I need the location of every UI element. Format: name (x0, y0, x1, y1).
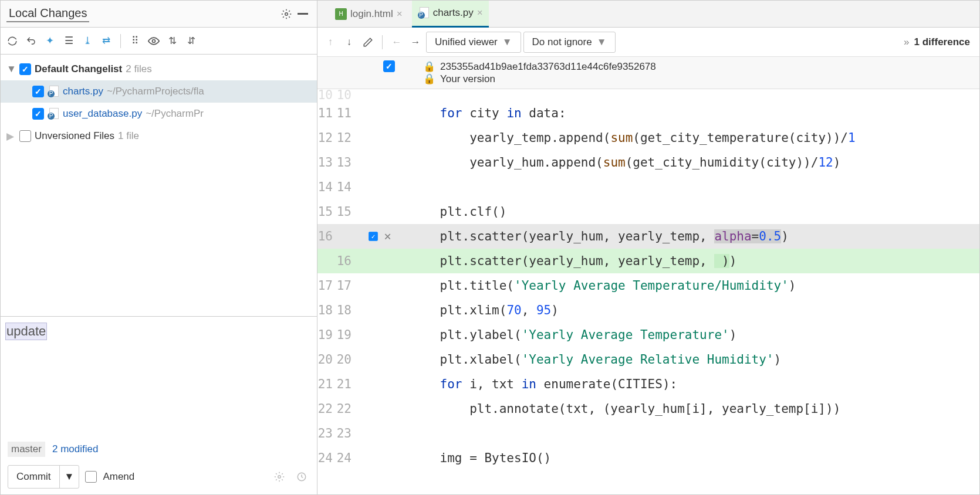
html-file-icon: H (335, 8, 347, 20)
edit-icon[interactable] (360, 34, 376, 50)
commit-label: Commit (8, 471, 59, 483)
code-line: 2020 plt.xlabel('Yearly Average Relative… (317, 347, 979, 372)
tab-label: charts.py (433, 7, 474, 19)
your-version-label: Your version (440, 73, 495, 85)
ignore-select[interactable]: Do not ignore ▼ (523, 32, 616, 53)
code-line: 2222 plt.annotate(txt, (yearly_hum[i], y… (317, 396, 979, 421)
expand-icon[interactable]: ⇅ (164, 33, 181, 49)
changelist-checkbox[interactable] (19, 63, 31, 75)
commit-message-input[interactable]: update (5, 323, 47, 340)
python-file-icon (48, 108, 59, 120)
tab-charts[interactable]: charts.py × (412, 1, 489, 28)
amend-label: Amend (103, 471, 134, 483)
separator (382, 35, 383, 49)
tab-login[interactable]: H login.html × (329, 1, 408, 28)
file-checkbox[interactable] (32, 108, 44, 120)
file-path: ~/PycharmPr (146, 108, 204, 120)
preview-icon[interactable] (146, 33, 162, 49)
code-line: 1818 plt.xlim(70, 95) (317, 298, 979, 323)
forward-icon[interactable]: → (407, 34, 424, 50)
commit-button[interactable]: Commit ▼ (8, 465, 79, 489)
changes-tree: ▼ Default Changelist 2 files charts.py ~… (1, 55, 317, 316)
code-diff[interactable]: 1010 1111 for city in data: 1212 yearly_… (317, 89, 979, 494)
python-file-icon (48, 86, 59, 97)
prev-diff-icon[interactable]: ↑ (322, 34, 339, 50)
changes-toolbar: ✦ ☰ ⤓ ⇄ ⠿ ⇅ ⇵ (1, 28, 317, 55)
svg-point-3 (278, 476, 281, 479)
unshelve-icon[interactable]: ⇄ (98, 33, 114, 49)
code-line: 1212 yearly_temp.append(sum(get_city_tem… (317, 126, 979, 150)
include-all-checkbox[interactable] (383, 60, 395, 72)
ignore-label: Do not ignore (532, 36, 592, 48)
diff-count: 1 difference (914, 36, 970, 48)
commit-message-area[interactable]: update (1, 316, 317, 439)
revision-hash: 235355ad41b9ae1fda33763d11e44c6fe9352678 (440, 61, 656, 73)
gear-icon[interactable] (278, 6, 295, 22)
file-row-charts[interactable]: charts.py ~/PycharmProjects/fla (1, 80, 317, 103)
rollback-icon[interactable] (23, 33, 39, 49)
minimize-icon[interactable] (295, 6, 311, 22)
code-line-added: 16 plt.scatter(yearly_hum, yearly_temp, … (317, 249, 979, 273)
unversioned-count: 1 file (118, 130, 139, 142)
refresh-icon[interactable] (4, 33, 21, 49)
diff-icon[interactable]: ✦ (42, 33, 58, 49)
file-name: user_database.py (63, 108, 142, 120)
diff-toolbar: ↑ ↓ ← → Unified viewer ▼ Do not ignore ▼… (317, 28, 979, 57)
file-row-userdb[interactable]: user_database.py ~/PycharmPr (1, 103, 317, 125)
history-icon[interactable] (293, 469, 310, 485)
lock-icon: 🔒 (423, 73, 435, 85)
code-line: 1313 yearly_hum.append(sum(get_city_humi… (317, 150, 979, 175)
code-line: 2121 for i, txt in enumerate(CITIES): (317, 372, 979, 396)
line-checkbox[interactable] (369, 232, 378, 241)
group-icon[interactable]: ⠿ (127, 33, 143, 49)
caret-right-icon[interactable]: ▶ (6, 130, 16, 143)
commit-dropdown-icon[interactable]: ▼ (59, 466, 79, 488)
unversioned-checkbox[interactable] (19, 130, 31, 142)
code-line: 1717 plt.title('Yearly Average Temperatu… (317, 273, 979, 298)
svg-point-2 (153, 39, 156, 42)
collapse-icon[interactable]: ⇵ (183, 33, 200, 49)
file-name: charts.py (63, 86, 103, 97)
gear-icon[interactable] (271, 469, 288, 485)
close-icon[interactable]: × (397, 8, 403, 20)
editor-panel: H login.html × charts.py × ↑ ↓ ← → Unifi… (317, 1, 979, 494)
caret-down-icon[interactable]: ▼ (6, 63, 16, 75)
code-line: 2323 (317, 421, 979, 446)
code-line: 1111 for city in data: (317, 101, 979, 126)
local-changes-panel: Local Changes ✦ ☰ ⤓ ⇄ ⠿ ⇅ ⇵ ▼ Default Ch… (1, 1, 317, 494)
changelist-label: Default Changelist (35, 63, 122, 75)
lock-icon: 🔒 (423, 60, 435, 73)
modified-link[interactable]: 2 modified (52, 443, 98, 455)
viewer-mode-select[interactable]: Unified viewer ▼ (426, 32, 521, 53)
branch-badge[interactable]: master (8, 442, 45, 457)
changelist-icon[interactable]: ☰ (60, 33, 77, 49)
separator (120, 34, 121, 48)
tab-label: login.html (350, 8, 393, 20)
editor-tabs: H login.html × charts.py × (317, 1, 979, 28)
code-line-removed: 16× plt.scatter(yearly_hum, yearly_temp,… (317, 224, 979, 249)
commit-row: Commit ▼ Amend (1, 459, 317, 494)
panel-title: Local Changes (6, 5, 89, 22)
discard-icon[interactable]: × (379, 229, 396, 243)
python-file-icon (418, 7, 430, 19)
panel-header: Local Changes (1, 1, 317, 28)
changelist-count: 2 files (126, 63, 151, 75)
shelve-icon[interactable]: ⤓ (79, 33, 96, 49)
chevrons-icon[interactable]: » (904, 36, 909, 48)
code-line: 1919 plt.ylabel('Yearly Average Temperat… (317, 323, 979, 347)
close-icon[interactable]: × (477, 7, 483, 19)
unversioned-label: Unversioned Files (35, 130, 114, 142)
file-checkbox[interactable] (32, 86, 44, 97)
svg-point-0 (285, 12, 288, 15)
changelist-row[interactable]: ▼ Default Changelist 2 files (1, 58, 317, 80)
next-diff-icon[interactable]: ↓ (341, 34, 357, 50)
amend-checkbox[interactable] (85, 471, 97, 483)
chevron-down-icon: ▼ (502, 36, 512, 48)
status-row: master 2 modified (1, 439, 317, 459)
file-path: ~/PycharmProjects/fla (107, 86, 204, 97)
unversioned-row[interactable]: ▶ Unversioned Files 1 file (1, 125, 317, 147)
back-icon[interactable]: ← (388, 34, 405, 50)
svg-rect-1 (298, 13, 308, 15)
code-line: 1414 (317, 175, 979, 199)
code-line: 2424 img = BytesIO() (317, 446, 979, 470)
